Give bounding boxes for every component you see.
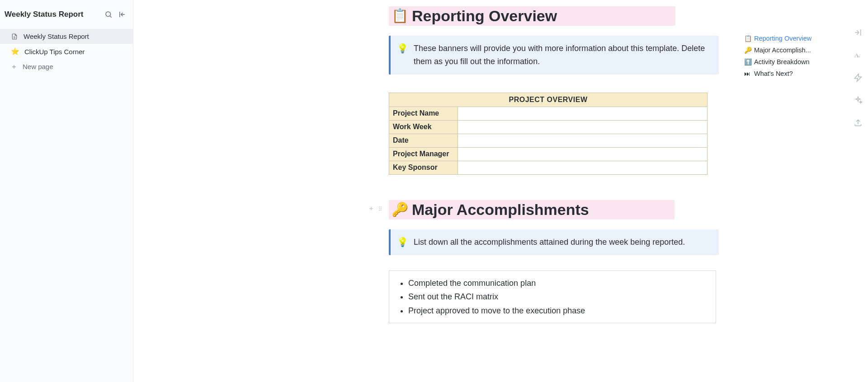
share-icon[interactable] [854,118,863,129]
drag-handle-icon[interactable] [377,205,383,214]
next-track-icon: ⏭ [744,70,751,77]
sidebar: Weekly Status Report Weekly Status Repor… [0,0,133,382]
outline-item-reporting-overview[interactable]: 📋 Reporting Overview [744,33,821,44]
outline-label: What's Next? [754,70,793,77]
up-arrow-icon: ⬆️ [744,58,751,65]
outline-label: Activity Breakdown [754,58,810,65]
svg-point-0 [106,12,111,17]
accomplishments-list[interactable]: Completed the communication plan Sent ou… [389,270,716,324]
svg-marker-20 [855,74,862,82]
table-row[interactable]: Work Week [389,120,708,134]
new-page-button[interactable]: New page [0,59,133,74]
document-main: 📋 Reporting Overview 💡 These banners wil… [133,0,868,382]
svg-point-12 [379,208,380,209]
svg-point-13 [381,208,382,209]
heading-block[interactable]: 📋 Reporting Overview [389,6,719,26]
list-item[interactable]: Sent out the RACI matrix [408,290,708,304]
sparkle-icon[interactable] [854,96,863,107]
outline-label: Reporting Overview [754,35,811,42]
clipboard-icon: 📋 [744,35,751,42]
search-icon[interactable] [104,10,113,19]
list-item[interactable]: Project approved to move to the executio… [408,304,708,318]
outline-label: Major Accomplish... [754,47,811,54]
lightbulb-icon: 💡 [397,43,408,68]
right-tool-rail: Aa [848,27,868,129]
block-handles[interactable] [368,205,383,214]
sidebar-item-clickup-tips[interactable]: ⭐ ClickUp Tips Corner [0,44,133,59]
banner-text: List down all the accomplishments attain… [414,236,685,249]
sidebar-item-label: ClickUp Tips Corner [24,48,85,56]
row-value[interactable] [458,107,708,120]
clipboard-icon: 📋 [392,8,408,24]
sidebar-header: Weekly Status Report [0,10,133,29]
svg-point-15 [381,210,382,211]
sidebar-nav: Weekly Status Report ⭐ ClickUp Tips Corn… [0,29,133,74]
svg-line-1 [110,16,111,17]
table-header: PROJECT OVERVIEW [389,93,708,107]
row-value[interactable] [458,161,708,174]
automation-icon[interactable] [854,73,863,84]
svg-text:a: a [858,54,860,58]
svg-point-11 [381,207,382,208]
section-major-accomplishments: 🔑 Major Accomplishments 💡 List down all … [389,200,719,324]
collapse-sidebar-icon[interactable] [118,10,127,19]
lightbulb-icon: 💡 [397,237,408,249]
key-icon: 🔑 [744,47,751,54]
outline-item-activity-breakdown[interactable]: ⬆️ Activity Breakdown [744,56,821,68]
info-banner[interactable]: 💡 These banners will provide you with mo… [389,36,719,75]
new-page-label: New page [23,63,53,70]
page-icon [11,33,18,40]
document-column: 📋 Reporting Overview 💡 These banners wil… [389,6,719,323]
sidebar-header-actions [104,10,127,19]
row-value[interactable] [458,120,708,134]
plus-icon [11,64,17,70]
table-row[interactable]: Date [389,134,708,147]
expand-icon[interactable] [854,28,863,39]
outline-item-major-accomplishments[interactable]: 🔑 Major Accomplish... [744,44,821,56]
table-row[interactable]: Project Manager [389,147,708,161]
outline-item-whats-next[interactable]: ⏭ What's Next? [744,68,821,79]
svg-point-10 [379,207,380,208]
app-root: Weekly Status Report Weekly Status Repor… [0,0,868,382]
row-label: Project Name [389,107,458,120]
sidebar-title: Weekly Status Report [5,10,83,19]
row-value[interactable] [458,134,708,147]
heading-block[interactable]: 🔑 Major Accomplishments [389,200,719,219]
add-block-icon[interactable] [368,205,374,214]
svg-point-14 [379,210,380,211]
table-row[interactable]: Project Name [389,107,708,120]
key-icon: 🔑 [392,202,408,218]
row-label: Project Manager [389,147,458,161]
star-icon: ⭐ [11,47,19,56]
banner-text: These banners will provide you with more… [414,42,710,68]
row-label: Key Sponsor [389,161,458,174]
info-banner[interactable]: 💡 List down all the accomplishments atta… [389,229,719,255]
table-row[interactable]: Key Sponsor [389,161,708,174]
page-outline: 📋 Reporting Overview 🔑 Major Accomplish.… [744,33,821,79]
row-label: Work Week [389,120,458,134]
section-reporting-overview: 📋 Reporting Overview 💡 These banners wil… [389,6,719,175]
heading-text: Reporting Overview [412,7,557,25]
row-label: Date [389,134,458,147]
heading-text: Major Accomplishments [412,201,589,219]
heading-major-accomplishments: 🔑 Major Accomplishments [392,201,675,219]
heading-reporting-overview: 📋 Reporting Overview [392,7,675,25]
sidebar-item-label: Weekly Status Report [24,33,89,40]
sidebar-item-weekly-status-report[interactable]: Weekly Status Report [0,29,133,44]
typography-icon[interactable]: Aa [854,51,863,61]
list-item[interactable]: Completed the communication plan [408,276,708,290]
row-value[interactable] [458,147,708,161]
project-overview-table[interactable]: PROJECT OVERVIEW Project Name Work Week … [389,93,708,175]
